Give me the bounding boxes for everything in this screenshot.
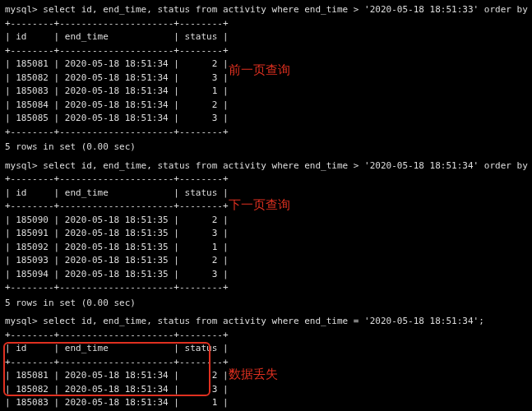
annotation-next-page: 下一页查询 [229,196,290,215]
table-border: +--------+---------------------+--------… [5,17,527,31]
table-row: | 185093 | 2020-05-18 18:51:35 | 2 | [5,254,527,268]
table-row: | 185083 | 2020-05-18 18:51:34 | 1 | [5,396,527,410]
table-header: | id | end_time | status | [5,30,527,44]
table-row: | 185085 | 2020-05-18 18:51:34 | 3 | [5,112,527,126]
table-row: | 185084 | 2020-05-18 18:51:34 | 2 | [5,99,527,113]
annotation-prev-page: 前一页查询 [229,61,290,80]
table-border: +--------+---------------------+--------… [5,44,527,58]
table-row: | 185082 | 2020-05-18 18:51:34 | 3 | [5,383,527,397]
result-summary: 5 rows in set (0.00 sec) [5,297,527,311]
table-border: +--------+---------------------+--------… [5,126,527,140]
table-row: | 185094 | 2020-05-18 18:51:35 | 3 | [5,268,527,282]
table-border: +--------+---------------------+--------… [5,329,527,343]
sql-prompt-3: mysql> select id, end_time, status from … [5,315,527,329]
result-summary: 5 rows in set (0.00 sec) [5,141,527,155]
table-row: | 185090 | 2020-05-18 18:51:35 | 2 | [5,214,527,228]
annotation-data-loss: 数据丢失 [229,365,278,384]
table-row: | 185091 | 2020-05-18 18:51:35 | 3 | [5,227,527,241]
table-row: | 185092 | 2020-05-18 18:51:35 | 1 | [5,241,527,255]
table-header: | id | end_time | status | [5,342,527,356]
table-border: +--------+---------------------+--------… [5,173,527,187]
table-border: +--------+---------------------+--------… [5,281,527,295]
table-row: | 185083 | 2020-05-18 18:51:34 | 1 | [5,85,527,99]
sql-prompt-2: mysql> select id, end_time, status from … [5,159,527,173]
sql-prompt-1: mysql> select id, end_time, status from … [5,3,527,17]
